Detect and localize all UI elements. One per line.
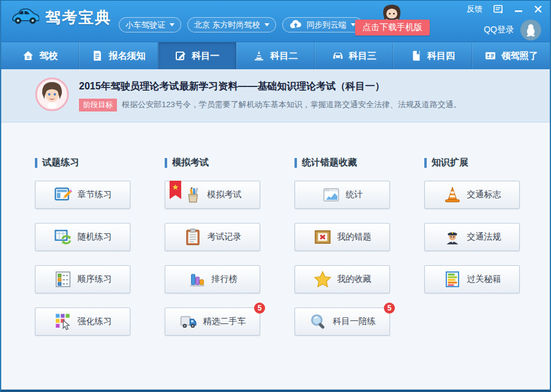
statistics-button[interactable]: 统计 [294, 181, 390, 209]
my-mistakes-icon [313, 228, 332, 246]
pencil-icon [174, 50, 187, 62]
main-content: 试题练习 章节练习 随机练习 顺序练习 [1, 123, 550, 390]
intensive-practice-button[interactable]: 强化练习 [35, 307, 130, 336]
police-officer-icon [443, 228, 462, 246]
section-accent-bar [424, 158, 427, 168]
my-favorites-icon [313, 270, 332, 288]
brand: 驾考宝典 [11, 7, 111, 28]
section-accent-bar [165, 158, 167, 168]
section-accent-bar [294, 158, 297, 168]
feedback-link[interactable]: 反馈 [467, 4, 482, 15]
tab-subject-4[interactable]: 科目四 [393, 42, 471, 69]
qq-login-area: QQ登录 [484, 20, 541, 40]
banner-text: 2015年驾驶员理论考试最新学习资料——基础知识理论考试（科目一） 阶段目标 根… [79, 80, 462, 111]
message-board-icon[interactable] [493, 5, 503, 14]
magnifier-icon [309, 312, 328, 331]
random-practice-button[interactable]: 随机练习 [35, 223, 130, 251]
sequential-practice-button[interactable]: 顺序练习 [35, 265, 130, 293]
driving-school-dropdown[interactable]: 北京 东方时尚驾校 [187, 17, 276, 32]
used-car-icon [179, 312, 198, 331]
tab-subject-3[interactable]: 科目三 [315, 42, 393, 69]
home-icon [22, 50, 34, 62]
star-ribbon-icon [170, 181, 181, 199]
tab-driving-school[interactable]: 驾校 [1, 42, 79, 69]
document-icon [91, 50, 103, 62]
banner-title: 2015年驾驶员理论考试最新学习资料——基础知识理论考试（科目一） [79, 80, 462, 93]
book-icon [410, 50, 422, 62]
notification-badge: 5 [384, 303, 395, 314]
section-question-practice: 试题练习 章节练习 随机练习 顺序练习 [35, 157, 130, 390]
download-mobile-button[interactable]: 点击下载手机版 [355, 20, 430, 36]
mock-exam-icon [184, 186, 202, 204]
section-stats-mistakes-favorites: 统计错题收藏 统计 我的错题 我的收藏 [294, 157, 390, 390]
random-practice-icon [54, 228, 72, 246]
main-nav: 驾校 报名须知 科目一 科目二 科目三 [1, 42, 550, 69]
stage-banner: 2015年驾驶员理论考试最新学习资料——基础知识理论考试（科目一） 阶段目标 根… [1, 69, 550, 123]
section-accent-bar [35, 158, 37, 168]
mock-exam-button[interactable]: 模拟考试 [165, 181, 260, 209]
pass-tips-button[interactable]: 过关秘籍 [424, 265, 520, 293]
traffic-signs-button[interactable]: 交通标志 [424, 181, 520, 209]
tab-enrollment-notice[interactable]: 报名须知 [79, 42, 157, 69]
ranking-button[interactable]: 排行榜 [165, 265, 260, 293]
intensive-practice-icon [54, 312, 72, 331]
banner-description: 根据公安部123号令，学员需要了解机动车基本知识，掌握道路交通安全法律、法规及道… [122, 99, 462, 110]
caret-down-icon [264, 23, 269, 26]
stage-goal-badge: 阶段目标 [79, 99, 117, 111]
my-favorites-button[interactable]: 我的收藏 [294, 265, 390, 293]
exam-record-button[interactable]: 考试记录 [165, 223, 260, 251]
car-icon [332, 50, 344, 62]
car-logo-icon [11, 7, 39, 28]
notification-badge: 5 [254, 303, 265, 314]
header-dropdowns: 小车驾驶证 北京 东方时尚驾校 同步到云端 [119, 17, 362, 32]
coach-avatar [35, 77, 69, 114]
subject1-coach-button[interactable]: 科目一陪练 5 [294, 307, 390, 336]
titlebar: 驾考宝典 小车驾驶证 北京 东方时尚驾校 同步到云端 [1, 1, 550, 42]
app-window: 驾考宝典 小车驾驶证 北京 东方时尚驾校 同步到云端 [0, 0, 551, 392]
tab-got-license[interactable]: 领驾照了 [472, 42, 550, 69]
license-type-dropdown[interactable]: 小车驾驶证 [119, 17, 181, 32]
chapter-practice-icon [54, 186, 72, 204]
cloud-sync-dropdown[interactable]: 同步到云端 [282, 17, 362, 32]
ranking-icon [188, 270, 206, 288]
statistics-icon [322, 186, 340, 204]
section-mock-exam: 模拟考试 模拟考试 考试记录 排行榜 [165, 157, 260, 390]
traffic-cone-icon [253, 50, 265, 62]
traffic-sign-cone-icon [443, 186, 462, 204]
sequential-practice-icon [54, 270, 72, 288]
exam-record-icon [184, 228, 202, 246]
caret-down-icon [170, 23, 174, 26]
minimize-button[interactable] [514, 5, 523, 13]
qq-penguin-icon[interactable] [520, 20, 541, 40]
tab-subject-2[interactable]: 科目二 [236, 42, 315, 69]
app-title: 驾考宝典 [45, 7, 111, 28]
my-mistakes-button[interactable]: 我的错题 [294, 223, 390, 251]
close-button[interactable] [534, 5, 542, 13]
chapter-practice-button[interactable]: 章节练习 [35, 181, 130, 209]
qq-login-link[interactable]: QQ登录 [484, 24, 514, 36]
window-controls: 反馈 [467, 4, 542, 15]
tab-subject-1[interactable]: 科目一 [158, 42, 236, 69]
used-car-button[interactable]: 精选二手车 5 [165, 307, 260, 336]
pass-tips-icon [443, 270, 462, 288]
section-knowledge-expansion: 知识扩展 交通标志 交通法规 过关秘籍 [424, 157, 520, 390]
cloud-upload-icon [289, 19, 302, 31]
id-card-icon [484, 50, 497, 62]
traffic-laws-button[interactable]: 交通法规 [424, 223, 520, 251]
